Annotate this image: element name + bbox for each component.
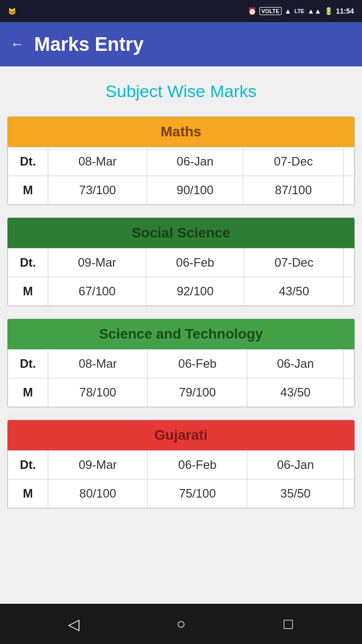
nav-recent-button[interactable]: □ [276, 611, 301, 636]
app-icon: 🐱 [8, 8, 16, 15]
subject-table-0: Dt.08-Mar06-Jan07-DecM73/10090/10087/100 [8, 147, 354, 205]
subject-card-3: GujaratiDt.09-Mar06-Feb06-JanM80/10075/1… [7, 420, 355, 509]
wifi-icon: ▲ [285, 7, 292, 15]
subject-card-2: Science and TechnologyDt.08-Mar06-Feb06-… [7, 318, 355, 408]
page-title: Subject Wise Marks [7, 82, 355, 101]
date-cell-2-2: 06-Jan [247, 350, 344, 378]
marks-row-1: M67/10092/10043/50 [8, 277, 354, 306]
date-cell-1-0: 09-Mar [48, 249, 146, 277]
content-area: Subject Wise Marks MathsDt.08-Mar06-Jan0… [0, 66, 362, 604]
mark-cell-3-1: 75/100 [148, 479, 247, 508]
alarm-icon: ⏰ [248, 7, 256, 15]
marks-row-2: M78/10079/10043/50 [8, 378, 354, 407]
m-label-1: M [8, 277, 48, 306]
date-cell-0-3 [344, 147, 354, 176]
date-cell-3-3 [344, 451, 354, 479]
mark-cell-2-2: 43/50 [247, 378, 344, 407]
date-row-2: Dt.08-Mar06-Feb06-Jan [8, 350, 354, 378]
mark-cell-1-1: 92/100 [146, 277, 244, 306]
subject-header-3: Gujarati [8, 420, 354, 450]
mark-cell-0-0: 73/100 [48, 176, 147, 205]
mark-cell-1-2: 43/50 [244, 277, 344, 306]
mark-cell-0-3 [344, 176, 354, 205]
subject-table-3: Dt.09-Mar06-Feb06-JanM80/10075/10035/50 [8, 450, 354, 508]
mark-cell-1-3 [344, 277, 354, 306]
subject-header-2: Science and Technology [8, 319, 354, 349]
date-row-1: Dt.09-Mar06-Feb07-Dec [8, 249, 354, 277]
subject-card-1: Social ScienceDt.09-Mar06-Feb07-DecM67/1… [7, 217, 355, 306]
m-label-2: M [8, 378, 48, 407]
mark-cell-2-0: 78/100 [48, 378, 148, 407]
mark-cell-3-2: 35/50 [247, 479, 344, 508]
subject-header-1: Social Science [8, 218, 354, 248]
date-cell-2-0: 08-Mar [48, 350, 148, 378]
nav-home-button[interactable]: ○ [168, 611, 194, 636]
date-cell-0-0: 08-Mar [48, 147, 147, 176]
mark-cell-3-0: 80/100 [48, 479, 148, 508]
date-cell-0-1: 06-Jan [147, 147, 243, 176]
date-cell-3-2: 06-Jan [247, 451, 344, 479]
date-cell-0-2: 07-Dec [243, 147, 343, 176]
time-display: 11:54 [336, 7, 354, 15]
nav-back-button[interactable]: ◁ [61, 611, 86, 636]
status-left: 🐱 [8, 8, 16, 15]
subject-table-1: Dt.09-Mar06-Feb07-DecM67/10092/10043/50 [8, 248, 354, 306]
date-cell-1-1: 06-Feb [146, 249, 244, 277]
mark-cell-2-1: 79/100 [148, 378, 247, 407]
date-cell-2-1: 06-Feb [148, 350, 247, 378]
app-bar-title: Marks Entry [34, 34, 144, 55]
subject-header-0: Maths [8, 117, 354, 147]
m-label-0: M [8, 176, 48, 205]
date-cell-1-2: 07-Dec [244, 249, 344, 277]
subject-card-0: MathsDt.08-Mar06-Jan07-DecM73/10090/1008… [7, 116, 355, 205]
status-right: ⏰ VOLTE ▲ LTE ▲▲ 🔋 11:54 [248, 7, 354, 15]
m-label-3: M [8, 479, 48, 508]
nav-bar: ◁ ○ □ [0, 604, 362, 644]
date-row-0: Dt.08-Mar06-Jan07-Dec [8, 147, 354, 176]
date-cell-2-3 [344, 350, 354, 378]
dt-label-2: Dt. [8, 350, 48, 378]
date-row-3: Dt.09-Mar06-Feb06-Jan [8, 451, 354, 479]
dt-label-0: Dt. [8, 147, 48, 176]
marks-row-3: M80/10075/10035/50 [8, 479, 354, 508]
dt-label-1: Dt. [8, 249, 48, 277]
mark-cell-2-3 [344, 378, 354, 407]
subjects-container: MathsDt.08-Mar06-Jan07-DecM73/10090/1008… [7, 116, 355, 509]
battery-icon: 🔋 [324, 7, 333, 15]
volte-label: VOLTE [259, 7, 282, 15]
date-cell-3-0: 09-Mar [48, 451, 148, 479]
mark-cell-3-3 [344, 479, 354, 508]
date-cell-1-3 [344, 249, 354, 277]
subject-table-2: Dt.08-Mar06-Feb06-JanM78/10079/10043/50 [8, 349, 354, 407]
mark-cell-0-1: 90/100 [147, 176, 243, 205]
marks-row-0: M73/10090/10087/100 [8, 176, 354, 205]
mark-cell-0-2: 87/100 [243, 176, 343, 205]
status-bar: 🐱 ⏰ VOLTE ▲ LTE ▲▲ 🔋 11:54 [0, 0, 362, 22]
dt-label-3: Dt. [8, 451, 48, 479]
lte-label: LTE [295, 8, 305, 14]
date-cell-3-1: 06-Feb [148, 451, 247, 479]
signal-icon: ▲▲ [307, 7, 321, 15]
app-bar: ← Marks Entry [0, 22, 362, 66]
back-button[interactable]: ← [10, 36, 24, 52]
mark-cell-1-0: 67/100 [48, 277, 146, 306]
